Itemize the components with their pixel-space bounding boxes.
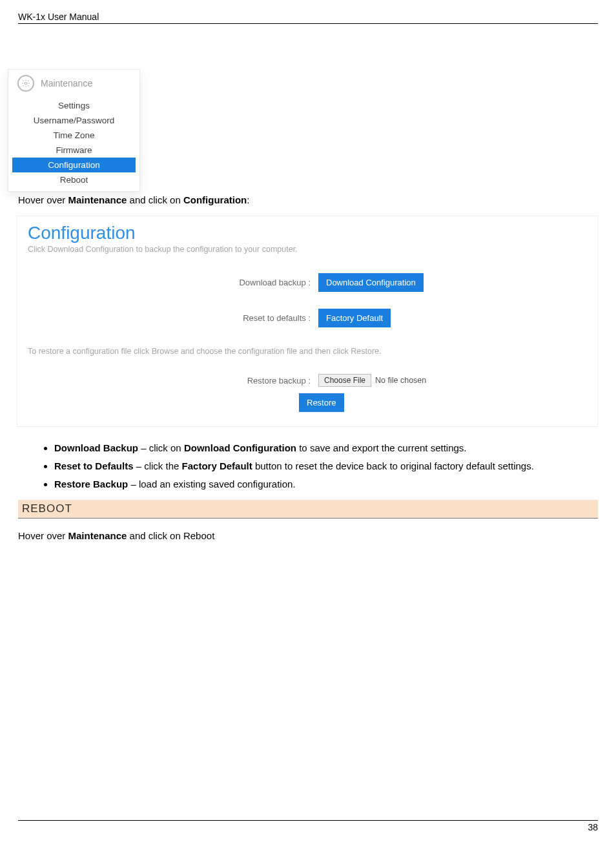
reset-defaults-label: Reset to defaults : (28, 313, 318, 323)
maintenance-menu-screenshot: Maintenance Settings Username/Password T… (8, 69, 140, 192)
restore-button[interactable]: Restore (299, 393, 344, 412)
restore-backup-row: Restore backup : Choose File No file cho… (28, 374, 587, 387)
doc-title: WK-1x User Manual (18, 12, 99, 22)
instruction-1: Hover over Maintenance and click on Conf… (18, 194, 598, 205)
bullet-reset-defaults: Reset to Defaults – click the Factory De… (54, 459, 598, 473)
no-file-chosen-text: No file chosen (375, 376, 426, 385)
restore-button-row: Restore (28, 393, 587, 412)
page-number: 38 (588, 822, 598, 832)
menu-item-firmware: Firmware (8, 143, 139, 158)
choose-file-button[interactable]: Choose File (318, 374, 371, 387)
feature-bullets: Download Backup – click on Download Conf… (54, 441, 598, 491)
download-backup-label: Download backup : (28, 278, 318, 287)
reset-defaults-row: Reset to defaults : Factory Default (28, 309, 587, 327)
config-subtext: Click Download Configuration to backup t… (28, 245, 587, 254)
gear-icon (17, 75, 34, 92)
restore-note: To restore a configuration file click Br… (28, 347, 587, 356)
config-title: Configuration (28, 223, 587, 243)
instruction-2: Hover over Maintenance and click on Rebo… (18, 530, 598, 541)
doc-header: WK-1x User Manual (18, 12, 598, 24)
menu-item-time-zone: Time Zone (8, 128, 139, 143)
menu-item-username-password: Username/Password (8, 113, 139, 128)
bullet-download-backup: Download Backup – click on Download Conf… (54, 441, 598, 455)
download-configuration-button[interactable]: Download Configuration (318, 273, 424, 292)
configuration-panel-screenshot: Configuration Click Download Configurati… (17, 216, 598, 427)
maintenance-menu-header: Maintenance (8, 72, 139, 98)
menu-item-settings: Settings (8, 98, 139, 113)
factory-default-button[interactable]: Factory Default (318, 309, 391, 327)
footer: 38 (18, 820, 598, 832)
menu-item-configuration: Configuration (12, 158, 136, 172)
download-backup-row: Download backup : Download Configuration (28, 273, 587, 292)
menu-item-reboot: Reboot (8, 172, 139, 187)
reboot-heading: REBOOT (18, 500, 598, 519)
bullet-restore-backup: Restore Backup – load an existing saved … (54, 477, 598, 491)
restore-backup-label: Restore backup : (28, 376, 318, 386)
svg-point-0 (25, 82, 27, 85)
maintenance-label: Maintenance (41, 78, 92, 88)
